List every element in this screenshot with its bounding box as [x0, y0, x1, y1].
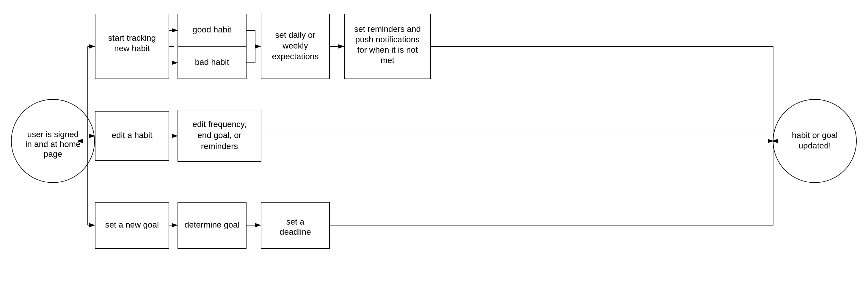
start-label2: in and at home	[25, 139, 80, 149]
edit-habit-label: edit a habit	[112, 131, 153, 140]
set-deadline-label: set a	[286, 217, 305, 226]
set-reminders-label: set reminders and	[354, 24, 421, 34]
start-label3: page	[44, 149, 62, 159]
track-habit-label: start tracking	[108, 33, 156, 42]
end-label2: updated!	[799, 141, 831, 150]
set-deadline-label2: deadline	[280, 227, 311, 237]
edit-details-label3: reminders	[201, 142, 238, 151]
edit-details-label: edit frequency,	[192, 120, 247, 129]
set-goal-label: set a new goal	[105, 220, 159, 229]
set-expectations-label3: expectations	[272, 52, 318, 61]
end-label: habit or goal	[792, 131, 838, 140]
set-reminders-label4: met	[381, 56, 395, 65]
track-habit-label2: new habit	[114, 44, 150, 53]
determine-goal-label: determine goal	[184, 220, 239, 229]
set-reminders-label3: for when it is not	[357, 45, 418, 55]
start-label: user is signed	[27, 130, 79, 139]
set-reminders-label2: push notifications	[355, 35, 420, 44]
edit-details-label2: end goal, or	[197, 131, 242, 140]
set-expectations-label2: weekly	[282, 41, 308, 50]
bad-habit-label: bad habit	[195, 57, 229, 67]
good-habit-label: good habit	[193, 25, 231, 34]
set-expectations-label: set daily or	[275, 30, 315, 39]
